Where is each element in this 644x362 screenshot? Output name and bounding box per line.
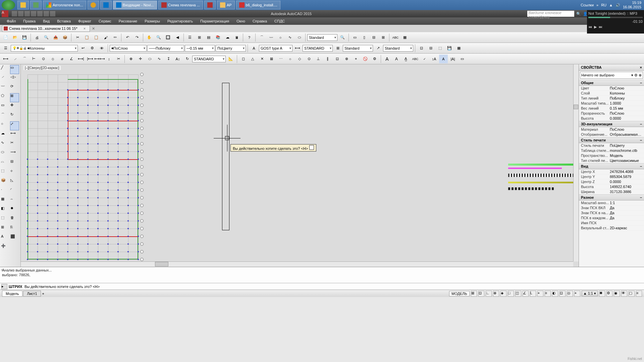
props-group-header[interactable]: 3D-визуализация–: [579, 121, 644, 127]
props-row[interactable]: Таблица стиле...monochrome.ctb: [579, 148, 644, 153]
polar-toggle-icon[interactable]: ⊕: [493, 291, 499, 297]
blockeditor-icon[interactable]: ✏: [111, 33, 119, 42]
text-a1-icon[interactable]: A: [383, 55, 391, 63]
help-search-input[interactable]: Введите ключевое слово/фразу: [527, 11, 574, 17]
text-style-combo[interactable]: Standard: [307, 34, 337, 41]
props-row[interactable]: ПрозрачностьПоСлою: [579, 111, 644, 116]
table-icon[interactable]: ⊞: [333, 44, 342, 53]
point-icon[interactable]: ·: [1, 187, 10, 196]
tray-links[interactable]: Ссылки: [581, 3, 594, 7]
dim-jog-icon[interactable]: ⦶: [48, 55, 57, 63]
media-play-icon[interactable]: ▶: [594, 25, 597, 29]
osnap-toggle-icon[interactable]: □: [508, 291, 514, 297]
props-row[interactable]: Высота0.0000: [579, 116, 644, 121]
props-row[interactable]: Отображение...Отбрасываемая и...: [579, 132, 644, 137]
pline2-icon[interactable]: 〰: [1, 84, 10, 93]
props-row[interactable]: Тип стилей пе...Цветозависимые: [579, 158, 644, 163]
menu-modify[interactable]: Редактировать: [164, 18, 196, 24]
color-combo[interactable]: ■ ПоСлою: [110, 45, 147, 52]
dim-quick-icon[interactable]: ⟷|: [76, 55, 85, 63]
ws-switch-icon[interactable]: ⚙: [606, 291, 612, 297]
field-icon[interactable]: ▭: [458, 55, 467, 63]
layer-state-icon[interactable]: ⚙: [88, 44, 97, 53]
taskbar-outlook[interactable]: [100, 1, 112, 9]
zoom-rt-icon[interactable]: 🔍: [154, 33, 163, 42]
command-history[interactable]: × Анализ выбранных данных... выбрано: 78…: [0, 267, 644, 283]
3ddwf-icon[interactable]: 📦: [61, 33, 69, 42]
line-icon[interactable]: ╱: [1, 65, 10, 74]
xline-icon[interactable]: ⟋: [1, 74, 10, 83]
copy2-icon[interactable]: ⎘: [10, 225, 19, 234]
spline2-icon[interactable]: ∿: [1, 140, 10, 149]
dim-space-icon[interactable]: ↕: [105, 55, 113, 63]
designcenter-icon[interactable]: ⊞: [195, 33, 204, 42]
props-row[interactable]: Имя ПСК: [579, 221, 644, 226]
grid-toggle-icon[interactable]: ⊞: [471, 291, 477, 297]
text-a2-icon[interactable]: A: [392, 55, 401, 63]
infocenter-icon[interactable]: 🔍: [576, 12, 581, 16]
osnap-nod-icon[interactable]: ⊗: [342, 55, 351, 63]
rectangle-icon[interactable]: ▭: [1, 103, 10, 112]
spell-icon[interactable]: ABC: [391, 33, 400, 42]
fillet-icon[interactable]: ◜: [10, 187, 19, 196]
rotate-icon[interactable]: ↻: [10, 112, 19, 121]
menu-edit[interactable]: Правка: [20, 18, 39, 24]
dim-ang-icon[interactable]: ∠: [67, 55, 76, 63]
taskbar-chrome[interactable]: Автоплатеж поп...: [43, 1, 86, 9]
otrack-toggle-icon[interactable]: ∠: [523, 291, 529, 297]
trim-icon[interactable]: ✂: [10, 140, 19, 149]
tray-clock[interactable]: 15:19 16.06.2015: [623, 1, 641, 9]
props-row[interactable]: ЦветПоСлою: [579, 86, 644, 91]
hatch2-icon[interactable]: ▦: [454, 44, 463, 53]
osnap-end-icon[interactable]: ◻: [239, 55, 248, 63]
props-row[interactable]: Знак ПСК в на...Да: [579, 210, 644, 216]
menu-spds[interactable]: СПДС: [271, 18, 288, 24]
dim-break-icon[interactable]: ✂: [114, 55, 123, 63]
center-icon[interactable]: ✛: [136, 55, 145, 63]
props-row[interactable]: Тип линийПоБлоку: [579, 96, 644, 101]
open-icon[interactable]: 📂: [11, 33, 19, 42]
3d-icon[interactable]: ⬛: [10, 234, 19, 243]
osnap-mid-icon[interactable]: △: [248, 55, 257, 63]
media-player-widget[interactable]: Not Tonight (extended) :: MP3 -01:10 ⏮ ▶…: [587, 10, 644, 34]
layout-tab[interactable]: Лист1: [23, 291, 41, 297]
osnap-ext-icon[interactable]: ⋯: [276, 55, 285, 63]
plot-icon[interactable]: 🖨: [33, 33, 41, 42]
justify-icon[interactable]: A: [439, 55, 448, 63]
new-icon[interactable]: 📄: [1, 33, 10, 42]
preview-icon[interactable]: 🔍: [42, 33, 51, 42]
lineweight-combo[interactable]: — 0.15 мм: [185, 45, 215, 52]
join-icon[interactable]: ⟡: [10, 168, 19, 177]
dim-rad-icon[interactable]: ⊙: [39, 55, 48, 63]
linetype-combo[interactable]: —— ПоБлоку: [147, 45, 184, 52]
blockinsert-icon[interactable]: ⬚: [436, 44, 444, 53]
menu-format[interactable]: Формат: [75, 18, 95, 24]
model-tab[interactable]: Модель: [2, 291, 22, 297]
dimstyle-btn-icon[interactable]: 📐: [226, 55, 235, 63]
menu-help[interactable]: Справка: [249, 18, 270, 24]
props-group-header[interactable]: Разное–: [579, 194, 644, 200]
qat-plot-icon[interactable]: [37, 11, 43, 16]
start-button[interactable]: [2, 0, 15, 10]
region-icon[interactable]: ⬚: [1, 215, 10, 224]
tray-icon[interactable]: ▲: [609, 3, 613, 7]
taskbar-autocad[interactable]: [204, 1, 216, 9]
qat-open-icon[interactable]: [18, 11, 23, 16]
layer-combo[interactable]: 💡❄🔒🖨 ■ Колонны: [11, 45, 78, 52]
tray-lang[interactable]: RU: [601, 3, 606, 7]
vp1-icon[interactable]: ▭: [351, 33, 359, 42]
props-row[interactable]: Вес линий0.15 мм: [579, 106, 644, 111]
arc2-icon[interactable]: ⌒: [1, 112, 10, 121]
menu-parametric[interactable]: Параметризация: [197, 18, 232, 24]
dimtedit-icon[interactable]: A↕: [173, 55, 182, 63]
viewport-label[interactable]: [–][Сверху][2D-каркас]: [23, 66, 61, 70]
props-row[interactable]: Визуальный ст...2D-каркас: [579, 226, 644, 231]
customize-icon[interactable]: ≡: [636, 291, 642, 297]
makeblock-icon[interactable]: 📦: [1, 178, 10, 187]
find-icon[interactable]: 🔍: [338, 33, 347, 42]
dim-aligned-icon[interactable]: ⟋: [11, 55, 19, 63]
pan-icon[interactable]: ✋: [145, 33, 154, 42]
annomonitor-icon[interactable]: +: [574, 291, 580, 297]
zoom-prev-icon[interactable]: ◀: [173, 33, 182, 42]
palette-close-icon[interactable]: ×: [640, 65, 642, 69]
